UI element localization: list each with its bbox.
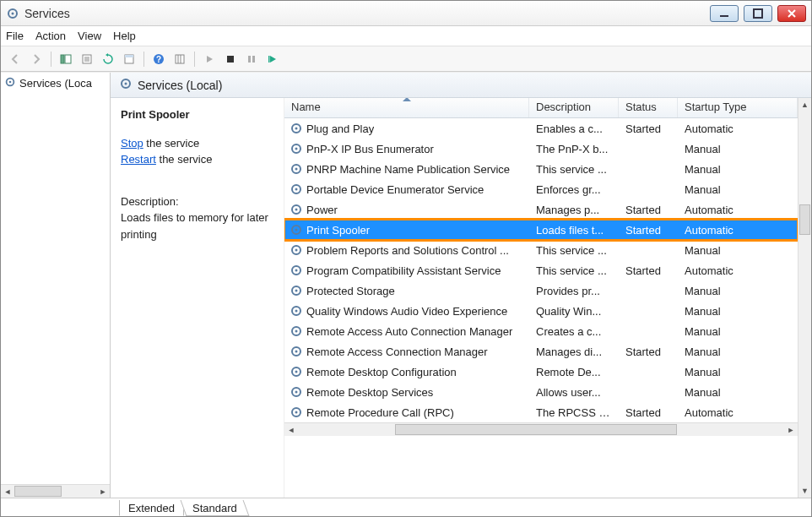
svg-rect-8 bbox=[125, 55, 133, 57]
view-tabs: Extended Standard bbox=[1, 498, 811, 516]
table-row[interactable]: Portable Device Enumerator ServiceEnforc… bbox=[284, 179, 798, 199]
service-startup-cell: Manual bbox=[678, 183, 798, 196]
columns-button[interactable] bbox=[171, 50, 189, 68]
service-description-cell: Provides pr... bbox=[529, 285, 619, 297]
service-startup-cell: Automatic bbox=[678, 204, 798, 216]
table-row[interactable]: Problem Reports and Solutions Control ..… bbox=[284, 240, 798, 260]
service-name-cell: Remote Procedure Call (RPC) bbox=[306, 406, 454, 419]
service-description-cell: Allows user... bbox=[529, 386, 619, 399]
svg-point-41 bbox=[295, 330, 298, 333]
refresh-button[interactable] bbox=[99, 50, 117, 68]
svg-rect-3 bbox=[754, 9, 762, 18]
svg-rect-14 bbox=[252, 56, 255, 63]
tree-horizontal-scrollbar[interactable]: ◄ ► bbox=[1, 484, 110, 498]
service-name-cell: Power bbox=[306, 204, 338, 216]
table-row[interactable]: Remote Access Connection ManagerManages … bbox=[284, 341, 798, 362]
scroll-left-icon[interactable]: ◄ bbox=[1, 485, 14, 498]
scroll-left-icon[interactable]: ◄ bbox=[284, 423, 298, 436]
table-row[interactable]: Print SpoolerLoads files t...StartedAuto… bbox=[284, 220, 798, 240]
minimize-button[interactable] bbox=[710, 5, 739, 22]
service-startup-cell: Manual bbox=[678, 386, 798, 399]
service-name-cell: Quality Windows Audio Video Experience bbox=[306, 305, 507, 318]
table-row[interactable]: Remote Procedure Call (RPC)The RPCSS s..… bbox=[284, 402, 798, 422]
help-button[interactable]: ? bbox=[149, 50, 168, 68]
table-row[interactable]: Plug and PlayEnables a c...StartedAutoma… bbox=[284, 118, 798, 139]
table-row[interactable]: Remote Desktop ServicesAllows user...Man… bbox=[284, 382, 798, 402]
svg-point-29 bbox=[295, 209, 298, 211]
table-row[interactable]: PnP-X IP Bus EnumeratorThe PnP-X b...Man… bbox=[284, 139, 798, 159]
app-icon bbox=[6, 7, 19, 20]
service-description-cell: Quality Win... bbox=[529, 305, 619, 318]
table-row[interactable]: PNRP Machine Name Publication ServiceThi… bbox=[284, 159, 798, 179]
table-row[interactable]: Program Compatibility Assistant ServiceT… bbox=[284, 260, 798, 280]
column-header-description[interactable]: Description bbox=[529, 98, 619, 117]
service-name-cell: PnP-X IP Bus Enumerator bbox=[306, 143, 434, 155]
scroll-down-icon[interactable]: ▼ bbox=[798, 484, 811, 498]
table-row[interactable]: Remote Desktop ConfigurationRemote De...… bbox=[284, 362, 798, 382]
service-name-cell: Remote Desktop Configuration bbox=[306, 366, 457, 378]
scroll-up-icon[interactable]: ▲ bbox=[798, 98, 811, 112]
service-description-cell: This service ... bbox=[529, 244, 619, 257]
tree-item-services-local[interactable]: Services (Loca bbox=[4, 76, 106, 90]
table-header: Name Description Status Startup Type bbox=[284, 98, 798, 118]
gear-icon bbox=[290, 385, 303, 399]
console-tree-pane: Services (Loca ◄ ► bbox=[1, 73, 111, 498]
stop-service-link[interactable]: Stop bbox=[121, 137, 143, 150]
scrollbar-thumb[interactable] bbox=[395, 424, 677, 435]
show-hide-tree-button[interactable] bbox=[57, 50, 75, 68]
service-startup-cell: Automatic bbox=[678, 264, 798, 277]
svg-point-47 bbox=[295, 391, 298, 394]
table-row[interactable]: Quality Windows Audio Video ExperienceQu… bbox=[284, 301, 798, 321]
selected-service-name: Print Spooler bbox=[121, 106, 275, 123]
tree-item-label: Services (Loca bbox=[19, 77, 92, 90]
service-status-cell: Started bbox=[619, 204, 678, 216]
column-header-startup[interactable]: Startup Type bbox=[678, 98, 798, 117]
service-description-cell: The PnP-X b... bbox=[529, 143, 619, 155]
service-name-cell: Portable Device Enumerator Service bbox=[306, 183, 484, 196]
scrollbar-thumb[interactable] bbox=[14, 486, 62, 497]
restart-service-button[interactable] bbox=[263, 50, 282, 68]
service-name-cell: PNRP Machine Name Publication Service bbox=[306, 163, 510, 176]
service-status-cell: Started bbox=[619, 122, 678, 135]
nav-forward-button[interactable] bbox=[27, 50, 46, 68]
restart-service-link[interactable]: Restart bbox=[121, 153, 156, 166]
maximize-button[interactable] bbox=[744, 5, 772, 22]
table-row[interactable]: Remote Access Auto Connection ManagerCre… bbox=[284, 321, 798, 341]
menu-file[interactable]: File bbox=[6, 30, 24, 42]
menu-help[interactable]: Help bbox=[113, 30, 136, 42]
svg-point-35 bbox=[295, 269, 298, 272]
column-header-name[interactable]: Name bbox=[284, 98, 529, 117]
scrollbar-thumb[interactable] bbox=[799, 204, 810, 235]
nav-back-button[interactable] bbox=[6, 50, 24, 68]
scroll-right-icon[interactable]: ► bbox=[96, 485, 110, 498]
pause-service-button[interactable] bbox=[242, 50, 261, 68]
scroll-right-icon[interactable]: ► bbox=[784, 423, 798, 436]
service-startup-cell: Automatic bbox=[678, 122, 798, 135]
svg-point-39 bbox=[295, 310, 298, 313]
service-status-cell: Started bbox=[619, 406, 678, 419]
export-list-button[interactable] bbox=[78, 50, 96, 68]
toolbar: ? bbox=[1, 46, 811, 72]
svg-point-37 bbox=[295, 290, 298, 292]
svg-point-33 bbox=[295, 249, 298, 252]
service-description-cell: Enforces gr... bbox=[529, 183, 619, 196]
svg-rect-11 bbox=[176, 55, 184, 63]
gear-icon bbox=[290, 162, 303, 176]
service-startup-cell: Manual bbox=[678, 325, 798, 338]
column-header-status[interactable]: Status bbox=[619, 98, 678, 117]
list-horizontal-scrollbar[interactable]: ◄ ► bbox=[284, 422, 798, 436]
start-service-button[interactable] bbox=[200, 50, 219, 68]
menu-action[interactable]: Action bbox=[35, 30, 66, 42]
table-row[interactable]: PowerManages p...StartedAutomatic bbox=[284, 199, 798, 220]
svg-point-1 bbox=[12, 12, 14, 14]
stop-service-button[interactable] bbox=[221, 50, 240, 68]
svg-point-25 bbox=[295, 168, 298, 171]
list-vertical-scrollbar[interactable]: ▲ ▼ bbox=[798, 98, 811, 498]
tab-extended[interactable]: Extended bbox=[119, 500, 184, 516]
service-startup-cell: Automatic bbox=[678, 224, 798, 237]
properties-button[interactable] bbox=[120, 50, 138, 68]
tab-standard[interactable]: Standard bbox=[180, 500, 249, 516]
close-button[interactable] bbox=[777, 5, 806, 22]
table-row[interactable]: Protected StorageProvides pr...Manual bbox=[284, 280, 798, 301]
menu-view[interactable]: View bbox=[78, 30, 101, 42]
